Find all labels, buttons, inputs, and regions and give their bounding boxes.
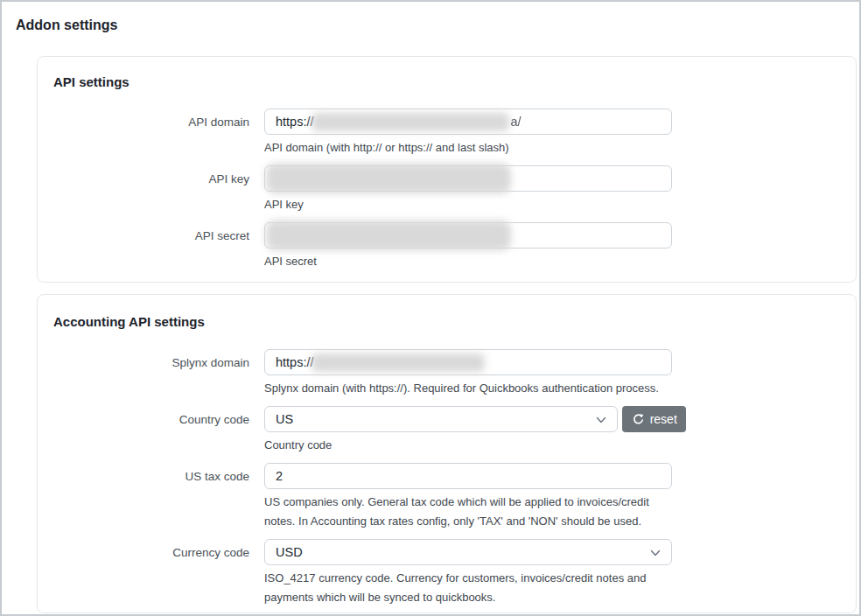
us-tax-code-label: US tax code (53, 463, 249, 531)
api-key-label: API key (53, 165, 249, 214)
splynx-domain-field: Splynx domain https:// Splynx domain (wi… (53, 349, 840, 398)
api-domain-help: API domain (with http:// or https:// and… (264, 138, 681, 158)
country-code-field: Country code US reset (53, 406, 840, 455)
api-domain-value-suffix: a/ (511, 115, 522, 129)
redacted-value (266, 220, 511, 250)
redacted-value (312, 113, 509, 131)
api-secret-input[interactable] (264, 222, 672, 248)
country-code-select[interactable]: US (264, 406, 618, 432)
api-domain-label: API domain (53, 108, 249, 158)
api-key-field: API key API key (53, 165, 840, 214)
accounting-api-settings-card: Accounting API settings Splynx domain ht… (37, 294, 857, 613)
api-key-input[interactable] (264, 165, 672, 192)
chevron-down-icon (649, 547, 662, 559)
api-secret-field: API secret API secret (53, 222, 840, 271)
splynx-domain-input[interactable]: https:// (264, 349, 672, 375)
api-key-help: API key (264, 195, 681, 214)
currency-code-field: Currency code USD ISO_4217 currency code… (53, 539, 840, 607)
currency-code-value: USD (276, 545, 303, 559)
currency-code-help: ISO_4217 currency code. Currency for cus… (264, 569, 681, 607)
refresh-icon (632, 413, 645, 426)
page-title: Addon settings (16, 18, 859, 33)
currency-code-label: Currency code (53, 539, 249, 607)
us-tax-code-input[interactable]: 2 (264, 463, 672, 489)
api-settings-card: API settings API domain https://a/ API d… (37, 56, 857, 283)
splynx-domain-value-prefix: https:// (276, 355, 314, 369)
redacted-value (266, 164, 511, 193)
chevron-down-icon (595, 414, 607, 426)
api-secret-help: API secret (264, 252, 681, 271)
redacted-value (312, 354, 485, 372)
api-domain-input[interactable]: https://a/ (264, 108, 672, 135)
api-settings-card-title: API settings (53, 75, 840, 88)
us-tax-code-help: US companies only. General tax code whic… (264, 493, 681, 531)
api-secret-label: API secret (53, 222, 249, 271)
currency-code-select[interactable]: USD (264, 539, 672, 565)
api-domain-field: API domain https://a/ API domain (with h… (53, 108, 840, 158)
us-tax-code-value: 2 (276, 469, 283, 483)
splynx-domain-help: Splynx domain (with https://). Required … (264, 379, 681, 398)
country-code-value: US (276, 412, 293, 426)
country-code-help: Country code (264, 436, 681, 455)
api-domain-value-prefix: https:// (276, 115, 314, 129)
reset-button-label: reset (650, 412, 677, 426)
splynx-domain-label: Splynx domain (53, 349, 249, 398)
us-tax-code-field: US tax code 2 US companies only. General… (53, 463, 840, 531)
accounting-api-settings-card-title: Accounting API settings (53, 315, 840, 328)
reset-button[interactable]: reset (622, 406, 686, 432)
country-code-label: Country code (53, 406, 249, 455)
addon-settings-page: Addon settings API settings API domain h… (2, 2, 859, 613)
